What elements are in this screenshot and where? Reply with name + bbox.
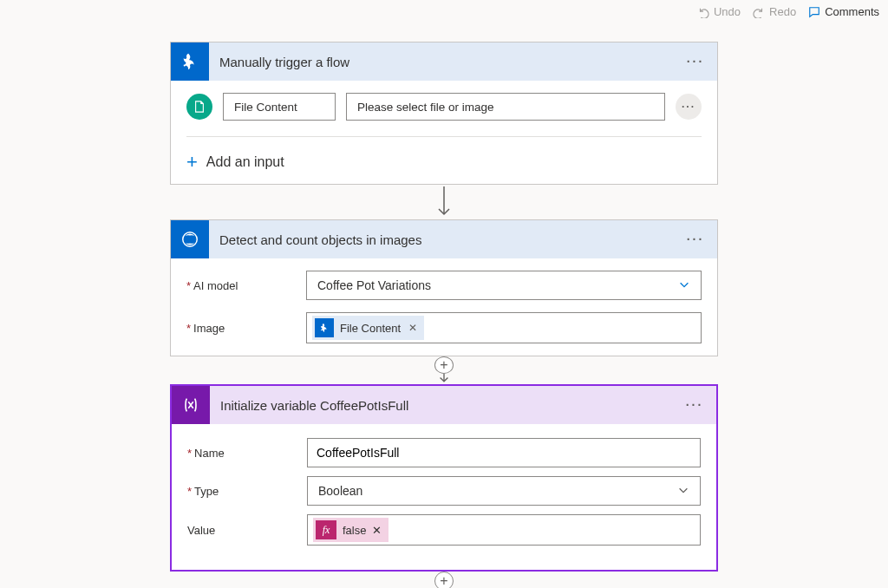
redo-button[interactable]: Redo: [753, 5, 796, 18]
detect-title: Detect and count objects in images: [219, 232, 674, 247]
file-select-placeholder: Please select file or image: [357, 101, 494, 114]
redo-icon: [753, 6, 765, 18]
variable-menu-button[interactable]: ···: [683, 394, 706, 416]
token-remove-button[interactable]: ✕: [408, 322, 417, 334]
var-name-input[interactable]: [307, 438, 701, 467]
var-value-field[interactable]: fx false ✕: [307, 514, 701, 546]
plus-icon: +: [186, 153, 198, 172]
variable-card-header[interactable]: Initialize variable CoffeePotIsFull ···: [172, 386, 716, 424]
ai-model-value: Coffee Pot Variations: [317, 278, 431, 292]
var-name-label: *Name: [187, 447, 307, 460]
trigger-title: Manually trigger a flow: [219, 55, 674, 69]
connector-bottom: +: [434, 572, 454, 588]
add-input-label: Add an input: [206, 154, 284, 170]
detect-card[interactable]: Detect and count objects in images ··· *…: [170, 219, 718, 356]
var-value-label: Value: [187, 524, 307, 537]
chevron-down-icon: [678, 278, 690, 293]
connector-arrow: [435, 185, 453, 219]
var-type-value: Boolean: [318, 484, 362, 498]
undo-label: Undo: [714, 5, 741, 18]
file-type-icon: [186, 94, 212, 120]
variable-card[interactable]: Initialize variable CoffeePotIsFull ··· …: [170, 384, 718, 572]
comments-label: Comments: [825, 5, 879, 18]
divider: [186, 136, 702, 137]
trigger-card-header[interactable]: Manually trigger a flow ···: [171, 42, 717, 81]
file-content-token[interactable]: File Content ✕: [312, 316, 424, 340]
chevron-down-icon: [677, 484, 689, 499]
undo-icon: [697, 6, 709, 18]
token-trigger-icon: [315, 318, 334, 337]
add-step-button-bottom[interactable]: +: [434, 572, 454, 588]
trigger-menu-button[interactable]: ···: [684, 50, 707, 73]
file-content-label: File Content: [234, 101, 297, 114]
file-content-input[interactable]: File Content: [223, 93, 336, 121]
fx-token[interactable]: fx false ✕: [313, 518, 388, 542]
fx-token-remove-button[interactable]: ✕: [372, 524, 382, 537]
var-type-label: *Type: [187, 485, 307, 498]
undo-button[interactable]: Undo: [697, 5, 741, 18]
variable-title: Initialize variable CoffeePotIsFull: [220, 398, 673, 413]
fx-icon: fx: [316, 520, 336, 539]
comment-icon: [808, 6, 820, 18]
var-type-select[interactable]: Boolean: [307, 476, 701, 506]
detect-card-header[interactable]: Detect and count objects in images ···: [171, 220, 717, 258]
token-label: File Content: [340, 322, 401, 335]
redo-label: Redo: [769, 5, 796, 18]
detect-icon: [171, 220, 209, 258]
image-label: *Image: [186, 322, 306, 335]
add-step-button[interactable]: +: [434, 356, 454, 374]
trigger-icon: [171, 42, 209, 81]
fx-token-label: false: [343, 524, 366, 537]
detect-menu-button[interactable]: ···: [684, 228, 707, 251]
trigger-card[interactable]: Manually trigger a flow ··· File Content…: [170, 42, 718, 185]
connector: +: [434, 356, 454, 384]
ai-model-select[interactable]: Coffee Pot Variations: [306, 271, 702, 300]
add-input-button[interactable]: + Add an input: [186, 153, 702, 172]
image-field[interactable]: File Content ✕: [306, 312, 702, 343]
comments-button[interactable]: Comments: [808, 5, 879, 18]
ai-model-label: *AI model: [186, 279, 306, 292]
file-select-input[interactable]: Please select file or image: [346, 93, 665, 121]
file-row-more-button[interactable]: ···: [676, 94, 702, 120]
variable-icon: [172, 386, 210, 424]
